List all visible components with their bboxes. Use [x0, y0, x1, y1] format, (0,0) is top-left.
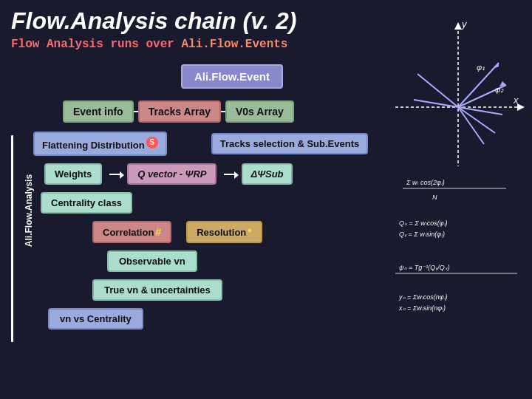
qvector-box: Q vector - ΨRP [127, 163, 216, 185]
svg-text:Qᵧ = Σ wᵢsin(φᵢ): Qᵧ = Σ wᵢsin(φᵢ) [399, 231, 445, 238]
arrow2 [224, 174, 234, 175]
svg-line-6 [458, 107, 502, 115]
left-panel: Flow.Analysis chain (v. 2) Flow Analysis… [0, 0, 384, 399]
correlation-box: Correlation# [92, 221, 171, 243]
vn-centrality-box: vn vs Centrality [48, 308, 143, 330]
tracks-selection-box: Tracks selection & Sub.Events [211, 133, 369, 154]
arrow2-head [234, 171, 239, 179]
corr-row: Correlation# Resolution* [92, 221, 377, 243]
arrow1-head [120, 171, 124, 179]
svg-text:y: y [461, 18, 468, 30]
side-bracket [11, 135, 13, 342]
inner-area: Flattening DistributionS Tracks selectio… [33, 132, 377, 330]
svg-text:Σ wᵢ cos(2φᵢ): Σ wᵢ cos(2φᵢ) [406, 179, 445, 186]
svg-text:xₙ = Σwᵢsin(nφᵢ): xₙ = Σwᵢsin(nφᵢ) [398, 304, 446, 312]
true-vn-row: True vn & uncertainties [92, 279, 377, 301]
vn-centrality-row: vn vs Centrality [33, 308, 377, 330]
event-info-box: Event info [63, 100, 134, 123]
corr-hash: # [155, 226, 161, 238]
subtitle-highlight: Ali.Flow.Events [181, 38, 287, 51]
svg-text:Qₓ = Σ wᵢcos(φᵢ): Qₓ = Σ wᵢcos(φᵢ) [399, 219, 448, 227]
page-title: Flow.Analysis chain (v. 2) [11, 7, 377, 35]
weights-row: Weights Q vector - ΨRP ΔΨSub [44, 163, 377, 185]
sep1 [134, 111, 138, 112]
v0s-array-box: V0s Array [225, 100, 294, 123]
body-area: Ali.Flow.Analysis Flattening Distributio… [11, 132, 377, 330]
res-star: * [248, 226, 251, 238]
subtitle-prefix: Flow Analysis runs over [11, 38, 181, 51]
svg-text:x: x [513, 95, 519, 106]
observable-box: Observable vn [107, 250, 197, 272]
centrality-row: Centrality class [33, 192, 377, 214]
subtitle: Flow Analysis runs over Ali.Flow.Events [11, 38, 377, 51]
aliflow-event-box: Ali.Flow.Event [181, 64, 283, 89]
event-row: Event info Tracks Array V0s Array [63, 100, 377, 123]
weights-box: Weights [44, 163, 102, 185]
right-diagram: y x φ₁ φ₂ Σ wᵢ cos(2φᵢ) N Qₓ = Σ wᵢcos(φ… [388, 18, 528, 381]
svg-text:φ₂: φ₂ [495, 85, 504, 94]
right-panel: y x φ₁ φ₂ Σ wᵢ cos(2φᵢ) N Qₓ = Σ wᵢcos(φ… [384, 0, 532, 399]
flattening-box: Flattening DistributionS [33, 132, 167, 156]
resolution-box: Resolution* [186, 221, 262, 243]
x-axis-arrow [517, 103, 525, 111]
y-axis-arrow [454, 22, 462, 30]
svg-line-7 [458, 107, 495, 133]
side-label: Ali.Flow.Analysis [24, 174, 34, 247]
true-vn-box: True vn & uncertainties [92, 279, 222, 301]
centrality-box: Centrality class [41, 192, 132, 214]
svg-text:N: N [432, 194, 437, 201]
svg-line-8 [458, 107, 484, 144]
aliflow-event-container: Ali.Flow.Event [92, 64, 283, 96]
arrow1 [109, 174, 120, 175]
observable-row: Observable vn [107, 250, 377, 272]
svg-text:ψₙ = Tg⁻¹(Qᵧ/Qₓ): ψₙ = Tg⁻¹(Qᵧ/Qₓ) [399, 264, 450, 271]
flatten-row: Flattening DistributionS Tracks selectio… [33, 132, 377, 156]
svg-text:yₙ = Σwᵢcos(nφᵢ): yₙ = Σwᵢcos(nφᵢ) [398, 293, 448, 301]
svg-line-9 [417, 74, 458, 107]
delta-psi-box: ΔΨSub [242, 163, 292, 185]
tracks-array-box: Tracks Array [138, 100, 221, 123]
main-container: Flow.Analysis chain (v. 2) Flow Analysis… [0, 0, 532, 399]
flatten-badge: S [146, 137, 158, 149]
svg-text:φ₁: φ₁ [477, 63, 485, 72]
